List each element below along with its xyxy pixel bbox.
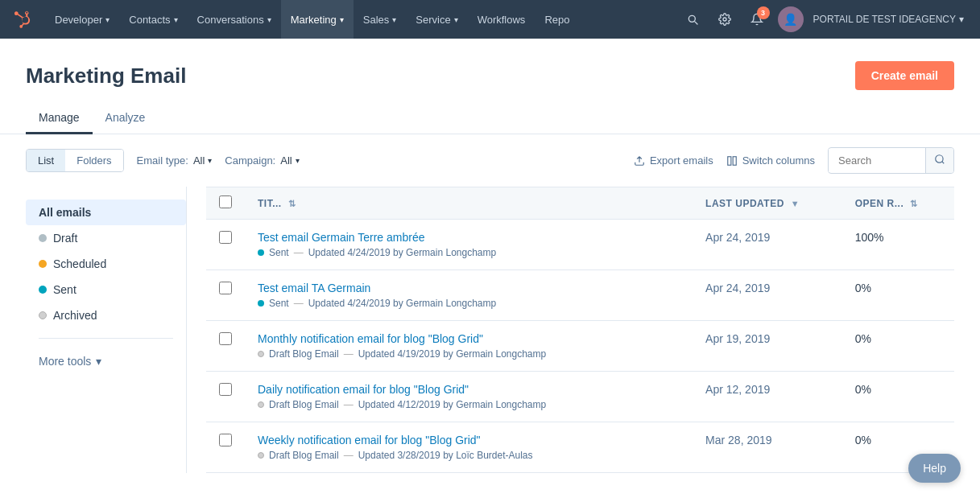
search-button[interactable] (925, 148, 953, 173)
nav-reports[interactable]: Repo (535, 0, 579, 39)
email-status: Draft Blog Email (269, 348, 339, 360)
row-checkbox[interactable] (219, 383, 232, 396)
chevron-down-icon: ▾ (96, 355, 101, 368)
nav-developer[interactable]: Developer ▾ (45, 0, 119, 39)
email-meta: Draft Blog Email — Updated 4/19/2019 by … (258, 348, 680, 360)
nav-workflows[interactable]: Workflows (468, 0, 535, 39)
notification-badge: 3 (757, 6, 770, 19)
email-meta: Draft Blog Email — Updated 3/28/2019 by … (258, 450, 680, 461)
list-toggle-button[interactable]: List (27, 150, 65, 171)
nav-conversations[interactable]: Conversations ▾ (188, 0, 281, 39)
export-emails-button[interactable]: Export emails (634, 154, 713, 167)
email-type-filter: Email type: All ▾ (137, 154, 213, 167)
email-name[interactable]: Test email Germain Terre ambrée (258, 231, 680, 244)
email-open-rate: 0% (842, 321, 954, 372)
search-icon-button[interactable] (678, 5, 707, 34)
main-content: Marketing Email Create email Manage Anal… (0, 39, 980, 502)
chevron-down-icon: ▾ (340, 15, 344, 24)
svg-rect-1 (727, 156, 730, 165)
campaign-select[interactable]: All ▾ (280, 154, 299, 167)
email-date: Apr 19, 2019 (693, 321, 842, 372)
chevron-down-icon: ▾ (454, 15, 458, 24)
sidebar-divider (39, 338, 173, 339)
table-row: Weekly notification email for blog "Blog… (206, 422, 954, 473)
notifications-icon-button[interactable]: 3 (742, 5, 771, 34)
switch-columns-button[interactable]: Switch columns (726, 154, 815, 167)
sidebar: All emails Draft Scheduled Sent Archived… (26, 187, 187, 473)
folders-toggle-button[interactable]: Folders (65, 150, 122, 171)
upload-icon (634, 155, 645, 167)
archived-dot (39, 311, 47, 319)
select-all-checkbox[interactable] (219, 195, 232, 208)
sidebar-more-tools[interactable]: More tools ▾ (26, 348, 186, 374)
email-type-select[interactable]: All ▾ (193, 154, 212, 167)
header-last-updated[interactable]: LAST UPDATED ▼ (693, 187, 842, 220)
sidebar-item-sent[interactable]: Sent (26, 277, 186, 302)
chevron-down-icon: ▾ (959, 14, 964, 25)
user-avatar[interactable]: 👤 (778, 6, 804, 32)
chevron-down-icon: ▾ (208, 156, 212, 165)
chevron-down-icon: ▾ (267, 15, 271, 24)
row-checkbox[interactable] (219, 231, 232, 244)
row-checkbox[interactable] (219, 332, 232, 345)
search-input[interactable] (829, 149, 925, 172)
table-row: Test email TA Germain Sent — Updated 4/2… (206, 270, 954, 321)
svg-rect-2 (733, 156, 736, 165)
campaign-filter: Campaign: All ▾ (225, 154, 299, 167)
sort-icon: ▼ (791, 199, 800, 208)
header-open-rate[interactable]: OPEN R... ⇅ (842, 187, 954, 220)
settings-icon-button[interactable] (710, 5, 739, 34)
email-status: Draft Blog Email (269, 450, 339, 461)
status-dot (258, 452, 264, 459)
email-meta: Sent — Updated 4/24/2019 by Germain Long… (258, 247, 680, 258)
chevron-down-icon: ▾ (296, 156, 300, 165)
email-status: Draft Blog Email (269, 399, 339, 410)
chevron-down-icon: ▾ (392, 15, 396, 24)
email-date: Apr 12, 2019 (693, 372, 842, 422)
email-name[interactable]: Test email TA Germain (258, 282, 680, 294)
nav-contacts[interactable]: Contacts ▾ (119, 0, 187, 39)
page-header: Marketing Email Create email (0, 39, 980, 90)
email-table-wrapper: TIT... ⇅ LAST UPDATED ▼ OPEN R... ⇅ (206, 187, 954, 473)
search-icon (934, 154, 945, 165)
email-name[interactable]: Weekly notification email for blog "Blog… (258, 434, 680, 446)
email-updated: Updated 4/24/2019 by Germain Longchamp (308, 247, 497, 258)
tab-analyze[interactable]: Analyze (93, 103, 159, 134)
nav-sales[interactable]: Sales ▾ (354, 0, 407, 39)
sidebar-item-scheduled[interactable]: Scheduled (26, 251, 186, 277)
help-button[interactable]: Help (908, 454, 961, 483)
chevron-down-icon: ▾ (105, 15, 110, 24)
email-open-rate: 0% (842, 270, 954, 321)
email-date: Apr 24, 2019 (693, 270, 842, 321)
nav-marketing[interactable]: Marketing ▾ (281, 0, 354, 39)
columns-icon (726, 155, 738, 167)
scheduled-dot (39, 260, 47, 268)
nav-service[interactable]: Service ▾ (406, 0, 467, 39)
sidebar-item-all-emails[interactable]: All emails (26, 200, 186, 225)
tab-manage[interactable]: Manage (26, 103, 93, 134)
create-email-button[interactable]: Create email (855, 61, 954, 90)
email-date: Mar 28, 2019 (693, 422, 842, 473)
email-meta: Sent — Updated 4/24/2019 by Germain Long… (258, 298, 680, 309)
page-title: Marketing Email (26, 64, 186, 88)
draft-dot (39, 234, 47, 242)
sidebar-item-draft[interactable]: Draft (26, 225, 186, 251)
table-row: Daily notification email for blog "Blog … (206, 372, 954, 422)
portal-name[interactable]: PORTAIL DE TEST IDEAGENCY ▾ (807, 14, 970, 25)
row-checkbox[interactable] (219, 434, 232, 446)
header-title[interactable]: TIT... ⇅ (245, 187, 693, 220)
sidebar-item-archived[interactable]: Archived (26, 302, 186, 328)
tabs-bar: Manage Analyze (0, 90, 980, 134)
status-dot (258, 300, 264, 307)
sort-icon: ⇅ (288, 199, 296, 208)
email-status: Sent (269, 298, 289, 309)
status-dot (258, 351, 264, 357)
search-box (828, 147, 954, 174)
row-checkbox[interactable] (219, 282, 232, 294)
hubspot-logo[interactable] (10, 5, 39, 34)
status-dot (258, 249, 264, 256)
email-open-rate: 0% (842, 372, 954, 422)
email-name[interactable]: Daily notification email for blog "Blog … (258, 383, 680, 396)
table-header-row: TIT... ⇅ LAST UPDATED ▼ OPEN R... ⇅ (206, 187, 954, 220)
email-name[interactable]: Monthly notification email for blog "Blo… (258, 332, 680, 345)
